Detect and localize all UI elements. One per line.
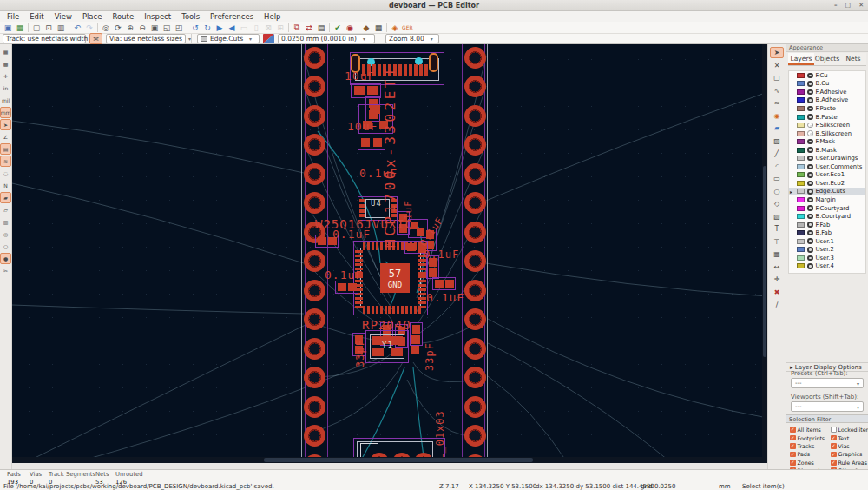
smd-pad[interactable] bbox=[355, 259, 363, 262]
net-names-icon[interactable]: N bbox=[0, 180, 11, 191]
visibility-eye-icon[interactable] bbox=[807, 214, 813, 220]
pcb-label[interactable]: 0.1uF bbox=[332, 228, 371, 240]
draw-rect-icon[interactable]: ▭ bbox=[770, 173, 784, 184]
tracks-outline-icon[interactable]: ● bbox=[0, 253, 11, 264]
group-icon[interactable]: ▭ bbox=[238, 22, 250, 33]
zone-fade-icon[interactable]: ▥ bbox=[0, 216, 11, 228]
layer-row-f-silkscreen[interactable]: F.Silkscreen bbox=[789, 121, 865, 129]
layer-row-user-4[interactable]: User.4 bbox=[789, 262, 865, 271]
inactive-layers-icon[interactable]: ✂ bbox=[0, 265, 11, 276]
visibility-eye-icon[interactable] bbox=[807, 147, 813, 153]
draw-arc-icon[interactable]: ◜ bbox=[770, 161, 784, 172]
pcb-label[interactable]: 33pF bbox=[424, 342, 435, 371]
gerber-icon[interactable]: GER bbox=[401, 22, 414, 33]
smd-pad[interactable] bbox=[355, 250, 363, 253]
tht-pad[interactable] bbox=[464, 163, 486, 185]
tht-pad[interactable] bbox=[464, 192, 486, 214]
tht-pad[interactable] bbox=[464, 425, 486, 447]
layer-pair-icon[interactable] bbox=[263, 34, 274, 43]
layer-row-b-silkscreen[interactable]: B.Silkscreen bbox=[789, 129, 865, 138]
pcb-label[interactable]: 10uF bbox=[347, 121, 378, 132]
layer-row-user-drawings[interactable]: User.Drawings bbox=[789, 154, 865, 162]
smd-pad[interactable] bbox=[355, 301, 363, 304]
layer-color-swatch[interactable] bbox=[797, 239, 805, 244]
layer-color-swatch[interactable] bbox=[797, 263, 805, 268]
grid-overrides-icon[interactable]: ▩ bbox=[0, 58, 11, 70]
maximize-button[interactable]: ▢ bbox=[845, 0, 852, 11]
checkbox[interactable]: ✓ bbox=[790, 427, 796, 433]
smd-pad[interactable] bbox=[418, 263, 426, 266]
tht-pad[interactable] bbox=[464, 222, 486, 243]
smd-pad[interactable] bbox=[363, 306, 365, 314]
undo-icon[interactable]: ↶ bbox=[71, 22, 83, 33]
presets-dropdown[interactable]: ---▾ bbox=[791, 378, 864, 388]
board-setup-icon[interactable]: ▦ bbox=[14, 22, 26, 33]
viewer-3d-icon[interactable]: ▤ bbox=[315, 22, 327, 33]
visibility-eye-icon[interactable] bbox=[807, 255, 813, 262]
menu-help[interactable]: Help bbox=[259, 12, 286, 21]
smd-pad[interactable] bbox=[376, 306, 378, 314]
checkbox[interactable] bbox=[831, 427, 837, 433]
highlight-net-icon[interactable]: ▢ bbox=[770, 72, 784, 83]
tht-pad[interactable] bbox=[304, 367, 326, 388]
checkbox[interactable]: ✓ bbox=[831, 443, 837, 449]
tht-pad[interactable] bbox=[304, 47, 326, 69]
units-mm-icon[interactable]: mm bbox=[0, 107, 11, 118]
ratsnest-curved-icon[interactable]: ≋ bbox=[0, 156, 11, 167]
zoom-out-icon[interactable]: ⊖ bbox=[136, 22, 148, 33]
tht-pad[interactable] bbox=[304, 425, 326, 447]
smd-pad[interactable] bbox=[418, 288, 426, 291]
layer-color-swatch[interactable] bbox=[797, 156, 805, 161]
draw-polygon-icon[interactable]: ◇ bbox=[770, 198, 784, 209]
layer-color-swatch[interactable] bbox=[797, 164, 805, 169]
tht-pad[interactable] bbox=[464, 250, 486, 272]
add-textbox-icon[interactable]: ⊤ bbox=[770, 236, 784, 248]
smd-pad[interactable] bbox=[405, 306, 408, 314]
filter-vias[interactable]: ✓Vias bbox=[831, 442, 868, 450]
checkbox[interactable]: ✓ bbox=[831, 435, 837, 441]
smd-pad[interactable] bbox=[355, 297, 363, 300]
pads-outline-icon[interactable]: ◎ bbox=[0, 228, 11, 240]
layer-color-swatch[interactable] bbox=[797, 214, 805, 219]
free-angle-icon[interactable]: ∠ bbox=[0, 131, 11, 142]
smd-pad[interactable] bbox=[418, 280, 426, 282]
menu-preferences[interactable]: Preferences bbox=[205, 12, 259, 21]
visibility-eye-icon[interactable] bbox=[807, 130, 813, 136]
tht-pad[interactable] bbox=[464, 105, 486, 127]
smd-pad[interactable] bbox=[418, 301, 426, 304]
flip-icon[interactable]: ▶ bbox=[214, 22, 226, 33]
pcb-label[interactable]: MCP1700x-3302ETT bbox=[384, 65, 398, 248]
smd-pad[interactable] bbox=[405, 242, 408, 250]
layer-row-b-cu[interactable]: B.Cu bbox=[789, 80, 865, 89]
smd-pad[interactable] bbox=[409, 64, 412, 76]
smd-pad[interactable] bbox=[376, 242, 378, 250]
select-tool-icon[interactable]: ➤ bbox=[770, 47, 784, 58]
layer-color-swatch[interactable] bbox=[797, 122, 805, 128]
plot-window-icon[interactable]: ▦ bbox=[372, 22, 385, 33]
add-via-icon[interactable]: ◉ bbox=[770, 110, 784, 122]
selected-gnd-pad[interactable]: 57GND bbox=[380, 263, 410, 293]
pcb-label[interactable]: 0.1uF bbox=[325, 269, 363, 281]
smd-pad[interactable] bbox=[410, 242, 412, 250]
filter-all-items[interactable]: ✓All items bbox=[790, 426, 830, 434]
add-dimension-icon[interactable]: ↔ bbox=[770, 262, 784, 273]
visibility-eye-icon[interactable] bbox=[807, 122, 813, 129]
smd-pad[interactable] bbox=[359, 204, 365, 208]
checkbox[interactable]: ✓ bbox=[790, 443, 796, 449]
filter-locked-items[interactable]: Locked items bbox=[831, 426, 868, 434]
smd-pad[interactable] bbox=[404, 64, 407, 76]
layer-row-edge-cuts[interactable]: Edge.Cuts bbox=[789, 188, 865, 196]
layer-row-b-fab[interactable]: B.Fab bbox=[789, 228, 865, 237]
pcb-label[interactable]: Y1 bbox=[382, 341, 393, 349]
smd-pad[interactable] bbox=[355, 255, 363, 257]
smd-pad[interactable] bbox=[418, 275, 426, 278]
tht-pad[interactable] bbox=[304, 396, 326, 418]
smd-pad[interactable] bbox=[367, 86, 378, 95]
smd-pad[interactable] bbox=[424, 64, 428, 76]
track-width-dropdown[interactable]: Track: use netclass width▾ bbox=[3, 34, 86, 43]
teardrops-icon[interactable]: ◆ bbox=[360, 22, 372, 33]
tab-nets[interactable]: Nets bbox=[840, 53, 866, 65]
tht-pad[interactable] bbox=[304, 250, 326, 272]
filter-graphics[interactable]: ✓Graphics bbox=[831, 450, 868, 458]
zoom-objects-icon[interactable]: ◱ bbox=[161, 22, 173, 33]
